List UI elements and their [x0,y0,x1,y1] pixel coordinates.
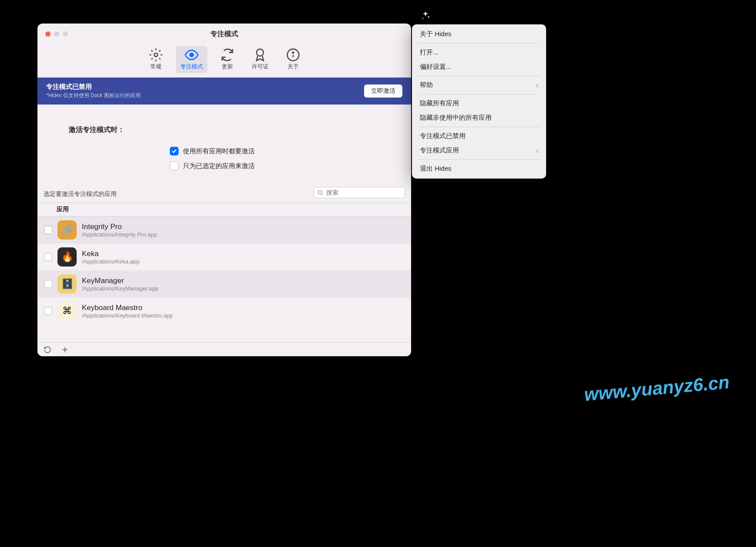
toolbar: 常规 专注模式 更新 许可证 关于 [37,44,411,78]
app-text: Keka /Applications/Keka.app [82,250,139,265]
menu-separator [418,76,540,76]
menu-item[interactable]: 退出 Hides [415,162,543,176]
app-text: KeyManager /Applications/KeyManager.app [82,277,159,292]
app-path: /Applications/Keka.app [82,258,139,265]
table-footer [37,342,411,356]
checkbox-checked-icon [170,147,179,155]
focus-disabled-banner: 专注模式已禁用 *Hides 仅支持使用 Dock 图标运行的应用 立即激活 [37,78,411,105]
menu-item[interactable]: 专注模式应用› [415,143,543,158]
option-selected-apps[interactable]: 只为已选定的应用来激活 [69,162,395,170]
svg-line-7 [321,194,323,195]
app-name: KeyManager [82,277,159,285]
app-name: Keka [82,250,139,258]
svg-point-6 [318,190,322,194]
menubar-sparkles-icon[interactable] [420,10,431,21]
menu-item[interactable]: 隐藏非使用中的所有应用 [415,111,543,125]
table-row[interactable]: 🗄️ KeyManager /Applications/KeyManager.a… [37,270,411,297]
list-header-row: 选定要激活专注模式的应用 [37,184,411,203]
traffic-lights [45,31,68,37]
app-icon: 🔥 [57,247,77,267]
reload-icon[interactable] [44,346,51,354]
app-path: /Applications/KeyManager.app [82,285,159,292]
tab-license[interactable]: 许可证 [247,46,273,73]
tab-focus-mode[interactable]: 专注模式 [176,46,207,73]
app-text: Integrity Pro /Applications/Integrity Pr… [82,223,157,238]
gear-icon [149,48,163,62]
checkbox-unchecked-icon [170,162,179,170]
search-wrap [314,187,405,198]
app-icon: 🔗 [57,220,77,240]
apps-table: 应用 🔗 Integrity Pro /Applications/Integri… [37,203,411,342]
row-checkbox[interactable] [44,253,52,261]
table-row[interactable]: 🔥 Keka /Applications/Keka.app [37,243,411,270]
chevron-right-icon: › [536,147,538,155]
option-all-apps[interactable]: 使用所有应用时都要激活 [69,147,395,155]
table-row[interactable]: 🔗 Integrity Pro /Applications/Integrity … [37,216,411,243]
menu-separator [418,159,540,160]
table-row[interactable]: ⌘ Keyboard Maestro /Applications/Keyboar… [37,297,411,324]
preferences-window: 专注模式 常规 专注模式 更新 许可证 [37,24,411,356]
refresh-icon [220,48,234,62]
tab-about[interactable]: 关于 [282,46,304,73]
app-path: /Applications/Integrity Pro.app [82,231,157,238]
app-text: Keyboard Maestro /Applications/Keyboard … [82,304,173,319]
titlebar: 专注模式 [37,24,411,44]
close-button[interactable] [45,31,51,37]
options-section: 激活专注模式时： 使用所有应用时都要激活 只为已选定的应用来激活 [37,105,411,184]
menu-item[interactable]: 关于 Hides [415,27,543,41]
svg-point-0 [154,53,158,57]
banner-subtitle: *Hides 仅支持使用 Dock 图标运行的应用 [46,92,141,99]
window-title: 专注模式 [210,30,238,39]
options-header: 激活专注模式时： [69,125,395,135]
search-input[interactable] [314,187,405,198]
menu-separator [418,127,540,127]
menubar-popup: 关于 Hides打开...偏好设置...帮助›隐藏所有应用隐藏非使用中的所有应用… [412,24,546,179]
row-checkbox[interactable] [44,280,52,288]
svg-point-2 [256,49,263,56]
add-icon[interactable] [61,346,69,354]
eye-icon [185,48,199,62]
app-icon: 🗄️ [57,274,77,294]
svg-point-1 [190,53,193,57]
row-checkbox[interactable] [44,307,52,315]
app-name: Keyboard Maestro [82,304,173,312]
ribbon-icon [253,48,267,62]
maximize-button[interactable] [63,31,68,37]
list-header-label: 选定要激活专注模式的应用 [44,190,117,198]
menu-separator [418,43,540,44]
chevron-right-icon: › [536,81,538,89]
watermark: www.yuanyz6.cn [584,372,730,405]
info-icon [286,48,300,62]
menu-item[interactable]: 打开... [415,45,543,60]
banner-title: 专注模式已禁用 [46,83,141,91]
app-rows: 🔗 Integrity Pro /Applications/Integrity … [37,216,411,342]
app-name: Integrity Pro [82,223,157,231]
app-path: /Applications/Keyboard Maestro.app [82,312,173,319]
menu-item[interactable]: 帮助› [415,78,543,92]
activate-button[interactable]: 立即激活 [364,84,402,98]
svg-point-5 [292,52,294,53]
tab-update[interactable]: 更新 [216,46,239,73]
row-checkbox[interactable] [44,226,52,234]
column-header-app[interactable]: 应用 [37,203,411,216]
tab-general[interactable]: 常规 [145,46,167,73]
search-icon [317,189,324,196]
menu-item[interactable]: 偏好设置... [415,60,543,74]
app-icon: ⌘ [57,301,77,321]
menu-item[interactable]: 隐藏所有应用 [415,96,543,111]
minimize-button[interactable] [54,31,59,37]
menu-separator [418,94,540,95]
menu-item[interactable]: 专注模式已禁用 [415,129,543,143]
